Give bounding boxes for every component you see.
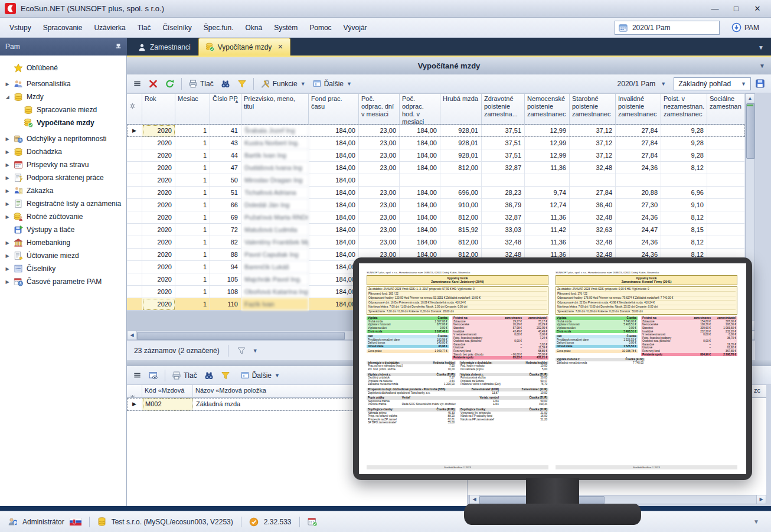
tab-zamestnanci[interactable]: Zamestnanci [131,39,197,56]
grid-cell[interactable]: 27,84 [616,149,661,162]
grid-cell[interactable]: 184,00 [400,162,440,174]
grid-cell[interactable]: Miroslav Dragan Ing [241,174,309,187]
menu-item-pecfun[interactable]: Špec.fun. [198,21,240,34]
expander-icon[interactable]: ◢ [4,94,11,100]
expander-icon[interactable]: ▶ [4,240,11,246]
grid-cell[interactable] [525,298,570,311]
column-header-hrub-mzda[interactable]: Hrubá mzda [440,94,482,125]
grid-cell[interactable] [707,249,745,261]
grid-cell[interactable] [440,273,482,286]
sidebar-item-ob-ben-[interactable]: Obľúbené [0,61,126,74]
sidebar-item-odch-lky-a-nepr-tomnosti[interactable]: ▶Odchýlky a neprítomnosti [0,132,126,145]
grid-cell[interactable]: 43 [210,137,241,149]
expander-icon[interactable]: ▶ [4,81,11,87]
sidebar-item-podpora-skr-tenej-pr-ce[interactable]: ▶Podpora skrátenej práce [0,171,126,184]
menu-item-okn[interactable]: Okná [240,21,269,34]
menu-item-pomoc[interactable]: Pomoc [303,21,337,34]
grid-cell[interactable]: Základná mzda [193,398,406,411]
grid-cell[interactable]: 12,99 [525,149,570,162]
grid-cell[interactable]: 2020 [142,286,175,298]
expander-icon[interactable]: ▶ [4,188,11,194]
grid-cell[interactable]: 23,00 [359,236,400,249]
grid-cell[interactable]: 2020 [142,174,175,187]
grid-cell[interactable]: 88 [210,249,241,261]
grid-cell[interactable]: 928,01 [440,149,482,162]
sidebar-item-homebanking[interactable]: ▶Homebanking [0,236,126,249]
grid-cell[interactable]: 27,30 [616,199,661,211]
grid-cell[interactable]: 9,28 [661,137,707,149]
table-row[interactable]: 2020172Matušová Ľudmila184,0023,00184,00… [127,224,745,236]
grid-cell[interactable] [707,199,745,211]
table-row[interactable]: 20201110Fazík Ivan184,00 [127,298,745,311]
grid-cell[interactable] [661,286,707,298]
grid-cell[interactable]: Barenčík Lukáš [241,261,309,273]
column-header-mesiac[interactable]: Mesiac [175,94,210,125]
menu-item-tla[interactable]: Tlač [132,21,157,34]
grid-cell[interactable]: 768,00 [406,398,468,411]
grid-cell[interactable] [707,298,745,311]
grid-cell[interactable]: 69 [210,211,241,224]
grid-cell[interactable] [482,298,525,311]
partial-column-header[interactable]: zc [752,385,766,398]
grid-cell[interactable]: 23,00 [359,224,400,236]
expander-icon[interactable]: ▶ [4,253,11,259]
grid-cell[interactable] [707,125,745,137]
grid-cell[interactable] [570,286,616,298]
grid-cell[interactable]: 815,92 [440,224,482,236]
grid-cell[interactable]: 94 [210,261,241,273]
grid-cell[interactable]: 8,12 [661,162,707,174]
grid-cell[interactable] [359,261,400,273]
scroll-left-icon[interactable]: ◀ [470,495,479,504]
column-header-fond-prac-asu[interactable]: Fond prac. času [309,94,359,125]
grid-cell[interactable]: 9,28 [661,125,707,137]
sidebar-item-spracovanie-miezd[interactable]: Spracovanie miezd [0,103,126,116]
print-button[interactable]: Tlač [169,369,200,382]
grid-cell[interactable]: 23,00 [359,187,400,199]
grid-cell[interactable]: 23,00 [359,249,400,261]
grid-cell[interactable]: 184,00 [309,211,359,224]
grid-cell[interactable]: 1 [175,125,210,137]
grid-cell[interactable]: 184,00 [309,273,359,286]
scroll-down-icon[interactable]: ▼ [746,321,754,330]
grid-cell[interactable]: 32,48 [570,249,616,261]
grid-cell[interactable]: Dudášová Ivana Ing [241,162,309,174]
pin-icon[interactable] [115,43,122,50]
expander-icon[interactable]: ▶ [4,136,11,142]
print-button[interactable]: Tlač [186,77,216,90]
expander-icon[interactable]: ▶ [4,162,11,168]
grid-cell[interactable]: 32,48 [570,236,616,249]
grid-cell[interactable]: 23,00 [359,211,400,224]
grid-cell[interactable] [707,261,745,273]
grid-cell[interactable]: Majchrák Pavol Ing. [241,273,309,286]
grid-cell[interactable] [482,286,525,298]
grid-cell[interactable]: 37,51 [482,149,525,162]
grid-cell[interactable] [570,298,616,311]
grid-cell[interactable] [570,174,616,187]
grid-cell[interactable]: 11,36 [525,162,570,174]
grid-cell[interactable] [707,224,745,236]
grid-cell[interactable]: 184,00 [309,224,359,236]
grid-cell[interactable]: Šrabala Jozef Ing [241,125,309,137]
grid-cell[interactable]: 1 [175,286,210,298]
grid-cell[interactable]: M002 [142,398,193,411]
expander-icon[interactable]: ▶ [4,201,11,207]
grid-cell[interactable]: 24,36 [616,249,661,261]
grid-cell[interactable] [707,174,745,187]
grid-cell[interactable] [440,298,482,311]
functions-button[interactable]: Funkcie▼ [258,77,308,90]
scroll-left-icon[interactable]: ◀ [128,331,137,340]
grid-cell[interactable]: Pužaťová Marta RNDr. [241,211,309,224]
grid-cell[interactable]: 66 [210,199,241,211]
grid-cell[interactable]: 24,36 [616,236,661,249]
grid-cell[interactable] [525,174,570,187]
grid-cell[interactable] [482,273,525,286]
grid-cell[interactable]: 36,40 [570,199,616,211]
grid-cell[interactable] [616,273,661,286]
column-header-invalidn-poistenie-zamestnan[interactable]: Invalidné poistenie zamestnanec [616,94,661,125]
grid-cell[interactable]: 24,36 [616,211,661,224]
column-header-po-odprac-dn-v-mesiaci[interactable]: Poč. odprac. dní v mesiaci [359,94,400,125]
column-header-poist-v-nezamestnan-zamestna[interactable]: Poist. v nezamestnan. zamestnanec [661,94,707,125]
column-header-zdravotn-poistenie-zamestna-[interactable]: Zdravotné poistenie zamestna... [482,94,525,125]
grid-cell[interactable] [525,286,570,298]
grid-cell[interactable]: 1 [175,261,210,273]
